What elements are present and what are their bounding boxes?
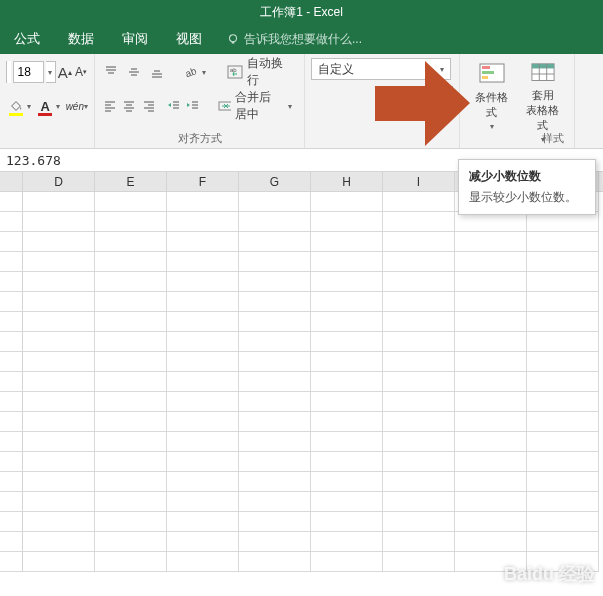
- cell[interactable]: [383, 232, 455, 252]
- cell[interactable]: [383, 372, 455, 392]
- cell[interactable]: [95, 452, 167, 472]
- cell[interactable]: [311, 492, 383, 512]
- conditional-format-button[interactable]: 条件格式 ▾: [466, 60, 517, 146]
- cell[interactable]: [383, 552, 455, 572]
- cell[interactable]: [95, 372, 167, 392]
- cell[interactable]: [455, 532, 527, 552]
- column-header[interactable]: G: [239, 172, 311, 191]
- cell[interactable]: [455, 252, 527, 272]
- cell[interactable]: [311, 292, 383, 312]
- cell[interactable]: [527, 432, 599, 452]
- cell[interactable]: [527, 272, 599, 292]
- cell[interactable]: [383, 452, 455, 472]
- column-header[interactable]: F: [167, 172, 239, 191]
- cell[interactable]: [167, 312, 239, 332]
- cell[interactable]: [527, 512, 599, 532]
- cell[interactable]: [239, 252, 311, 272]
- column-header[interactable]: E: [95, 172, 167, 191]
- cell[interactable]: [527, 552, 599, 572]
- cell[interactable]: [455, 352, 527, 372]
- cell[interactable]: [167, 392, 239, 412]
- fill-color-button[interactable]: [6, 95, 27, 117]
- cell[interactable]: [239, 432, 311, 452]
- cell[interactable]: [167, 412, 239, 432]
- cell[interactable]: [455, 552, 527, 572]
- cell[interactable]: [527, 312, 599, 332]
- tab-data[interactable]: 数据: [54, 24, 108, 54]
- cell[interactable]: [95, 352, 167, 372]
- fill-color-dropdown[interactable]: ▾: [27, 102, 31, 111]
- cell[interactable]: [527, 412, 599, 432]
- cell[interactable]: [527, 452, 599, 472]
- cell[interactable]: [167, 272, 239, 292]
- cell[interactable]: [23, 292, 95, 312]
- cell[interactable]: [239, 392, 311, 412]
- cell[interactable]: [23, 312, 95, 332]
- cell[interactable]: [239, 472, 311, 492]
- cell[interactable]: [383, 392, 455, 412]
- cell[interactable]: [167, 492, 239, 512]
- cell[interactable]: [167, 212, 239, 232]
- cell[interactable]: [527, 372, 599, 392]
- column-header[interactable]: D: [23, 172, 95, 191]
- cell[interactable]: [95, 212, 167, 232]
- cell[interactable]: [239, 312, 311, 332]
- cell[interactable]: [383, 472, 455, 492]
- cell[interactable]: [239, 492, 311, 512]
- cell[interactable]: [527, 232, 599, 252]
- cell[interactable]: [311, 532, 383, 552]
- cell[interactable]: [383, 512, 455, 532]
- cell[interactable]: [455, 392, 527, 412]
- cell[interactable]: [23, 252, 95, 272]
- orientation-button[interactable]: ab: [179, 61, 200, 83]
- font-size-input[interactable]: 18: [13, 61, 44, 83]
- cell[interactable]: [239, 532, 311, 552]
- decrease-font-button[interactable]: A▾: [74, 62, 88, 82]
- cell[interactable]: [23, 552, 95, 572]
- cell[interactable]: [311, 352, 383, 372]
- cell[interactable]: [167, 552, 239, 572]
- cell[interactable]: [239, 292, 311, 312]
- cell[interactable]: [167, 292, 239, 312]
- increase-indent-button[interactable]: [185, 95, 203, 117]
- cell[interactable]: [383, 532, 455, 552]
- cell[interactable]: [23, 452, 95, 472]
- cell[interactable]: [311, 412, 383, 432]
- merge-center-button[interactable]: 合并后居中 ▾: [212, 95, 298, 117]
- cell[interactable]: [239, 352, 311, 372]
- cell[interactable]: [95, 192, 167, 212]
- cell[interactable]: [311, 272, 383, 292]
- cell[interactable]: [455, 232, 527, 252]
- cell[interactable]: [311, 232, 383, 252]
- cell[interactable]: [23, 532, 95, 552]
- cell[interactable]: [95, 512, 167, 532]
- cell[interactable]: [383, 192, 455, 212]
- align-right-button[interactable]: [140, 95, 158, 117]
- cell[interactable]: [95, 312, 167, 332]
- cell[interactable]: [311, 372, 383, 392]
- cell[interactable]: [455, 412, 527, 432]
- cell[interactable]: [311, 432, 383, 452]
- cell[interactable]: [167, 512, 239, 532]
- cell[interactable]: [527, 352, 599, 372]
- cell[interactable]: [239, 232, 311, 252]
- cell[interactable]: [311, 552, 383, 572]
- cell[interactable]: [167, 452, 239, 472]
- cell[interactable]: [311, 312, 383, 332]
- cell[interactable]: [23, 392, 95, 412]
- cell[interactable]: [383, 312, 455, 332]
- cell[interactable]: [239, 212, 311, 232]
- cell[interactable]: [167, 372, 239, 392]
- cell[interactable]: [167, 252, 239, 272]
- cell[interactable]: [383, 292, 455, 312]
- wrap-text-button[interactable]: ab 自动换行: [221, 61, 298, 83]
- cell[interactable]: [311, 252, 383, 272]
- cell[interactable]: [455, 272, 527, 292]
- cell[interactable]: [455, 512, 527, 532]
- cell[interactable]: [239, 412, 311, 432]
- orientation-dropdown[interactable]: ▾: [202, 68, 206, 77]
- cell[interactable]: [239, 192, 311, 212]
- cell[interactable]: [527, 292, 599, 312]
- cell[interactable]: [95, 292, 167, 312]
- cell[interactable]: [167, 472, 239, 492]
